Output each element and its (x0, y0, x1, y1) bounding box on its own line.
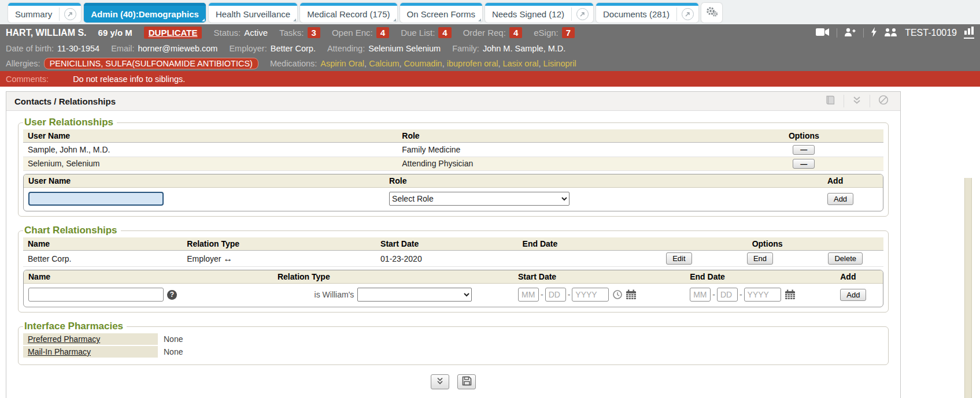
tab-summary-popout[interactable] (60, 3, 81, 23)
divider (837, 28, 837, 38)
block-icon (878, 95, 889, 107)
start-day-input[interactable] (545, 288, 566, 302)
role-select[interactable]: Select Role (389, 192, 569, 206)
collapse-section-button[interactable] (844, 94, 870, 109)
patient-header-bar: HART, WILLIAM S. 69 y/o M DUPLICATE Stat… (0, 24, 980, 41)
start-month-input[interactable] (518, 288, 539, 302)
remove-relationship-button[interactable]: — (793, 159, 815, 169)
tab-admin-demographics[interactable]: Admin (40):Demographics (84, 3, 206, 23)
page-body: Contacts / Relationships (0, 87, 980, 398)
tab-summary[interactable]: Summary (8, 3, 81, 23)
tab-admin-label: Admin (40):Demographics (84, 3, 206, 23)
external-link-icon (576, 8, 589, 20)
medication-link[interactable]: Aspirin Oral (320, 59, 364, 68)
medication-link[interactable]: ibuprofen oral (447, 59, 498, 68)
right-collapse-strip[interactable] (964, 178, 972, 398)
user-relationships-title: User Relationships (23, 117, 117, 128)
save-floppy-icon (462, 376, 472, 388)
tab-documents[interactable]: Documents (281) (596, 3, 698, 23)
esign-count-badge[interactable]: 7 (562, 27, 575, 38)
col-user-name: User Name (24, 174, 384, 188)
panel-title: Contacts / Relationships (14, 96, 116, 106)
patient-age-sex: 69 y/o M (98, 28, 132, 38)
tab-medical-record[interactable]: Medical Record (175) (300, 3, 397, 23)
due-list-label: Due List: (401, 28, 435, 38)
tasks-count-badge[interactable]: 3 (308, 27, 320, 38)
list-item: Preferred Pharmacy None (23, 333, 883, 345)
mail-in-pharmacy-label[interactable]: Mail-In Pharmacy (23, 346, 158, 358)
end-relationship-button[interactable]: End (747, 252, 773, 265)
chart-id[interactable]: TEST-10019 (905, 28, 957, 38)
book-icon (824, 95, 835, 107)
calendar-icon[interactable] (785, 289, 796, 300)
table-row: Better Corp. Employer ↔ 01-23-2020 Edit … (23, 251, 883, 267)
due-list-count-badge[interactable]: 4 (438, 27, 451, 38)
video-camera-icon[interactable] (816, 28, 830, 38)
col-add: Add (835, 270, 883, 284)
demographics-bar: Date of birth: 11-30-1954 Email: horner@… (0, 41, 980, 55)
lightning-icon[interactable] (871, 27, 877, 39)
help-icon[interactable]: ? (167, 290, 177, 300)
clock-icon[interactable] (612, 289, 623, 300)
open-enc-count-badge[interactable]: 4 (376, 27, 389, 38)
add-chart-relationship-button[interactable]: Add (840, 289, 866, 301)
medication-link[interactable]: Lisinopril (543, 59, 576, 68)
order-req-count-badge[interactable]: 4 (509, 27, 522, 38)
col-start-date: Start Date (513, 270, 685, 284)
possessive-text: is William's (315, 290, 354, 299)
relationship-name-input[interactable] (28, 288, 164, 302)
medication-link[interactable]: Calcium (369, 59, 399, 68)
end-year-input[interactable] (744, 288, 781, 302)
status-value: Active (244, 28, 268, 38)
disable-section-button[interactable] (870, 92, 897, 110)
medication-link[interactable]: Lasix oral (502, 59, 538, 68)
bar-chart-icon[interactable] (964, 27, 974, 39)
open-enc-label: Open Enc: (332, 28, 373, 38)
preferred-pharmacy-label[interactable]: Preferred Pharmacy (23, 333, 158, 345)
start-year-input[interactable] (572, 288, 609, 302)
email-label: Email: (111, 44, 134, 53)
settings-button[interactable] (701, 3, 722, 23)
status-label: Status: (213, 28, 241, 38)
remove-relationship-button[interactable]: — (793, 145, 815, 155)
user-name-cell: Sample, John M., M.D. (23, 143, 397, 157)
end-month-input[interactable] (690, 288, 711, 302)
expand-all-button[interactable] (431, 374, 449, 389)
tab-needs-signed-popout[interactable] (572, 3, 593, 23)
relation-type-cell: Employer ↔ (182, 251, 376, 267)
double-chevron-down-icon (852, 96, 861, 107)
tab-bar: Summary Admin (40):Demographics Health S… (0, 0, 980, 24)
order-req-label: Order Req: (463, 28, 506, 38)
chart-relationships-table: Name Relation Type Start Date End Date O… (23, 237, 883, 267)
add-person-icon[interactable] (844, 28, 856, 38)
col-name: Name (24, 270, 273, 284)
family-value: John M. Sample, M.D. (483, 44, 565, 53)
add-user-relationship-button[interactable]: Add (827, 193, 853, 205)
calendar-icon[interactable] (626, 289, 637, 300)
tab-on-screen-forms[interactable]: On Screen Forms (400, 3, 482, 23)
delete-relationship-button[interactable]: Delete (828, 252, 863, 265)
edit-relationship-button[interactable]: Edit (666, 252, 691, 265)
people-icon[interactable] (884, 28, 898, 38)
print-document-button[interactable] (816, 93, 844, 110)
tab-needs-signed[interactable]: Needs Signed (12) (485, 3, 593, 23)
comments-bar: Comments: Do not release info to sibling… (0, 71, 980, 87)
col-start-date: Start Date (376, 237, 518, 251)
employer-label: Employer: (229, 44, 267, 53)
medication-link[interactable]: Coumadin (404, 59, 442, 68)
user-name-input[interactable] (28, 192, 164, 206)
col-end-date: End Date (685, 270, 835, 284)
duplicate-badge[interactable]: DUPLICATE (144, 27, 202, 39)
end-day-input[interactable] (717, 288, 738, 302)
relation-type-select[interactable] (357, 288, 472, 302)
col-end-date: End Date (518, 237, 652, 251)
add-chart-relationship-box: Name Relation Type Start Date End Date A… (23, 270, 883, 307)
tab-needs-signed-label: Needs Signed (12) (485, 3, 571, 23)
user-name-cell: Selenium, Selenium (23, 157, 397, 171)
tab-documents-popout[interactable] (677, 3, 698, 23)
allergy-badge[interactable]: PENICILLINS, SULFA(SULFONAMIDE ANTIBIOTI… (44, 58, 258, 69)
family-label: Family: (452, 44, 479, 53)
divider (863, 28, 864, 38)
save-button[interactable] (457, 374, 476, 389)
tab-health-surveillance[interactable]: Health Surveillance (209, 3, 297, 23)
